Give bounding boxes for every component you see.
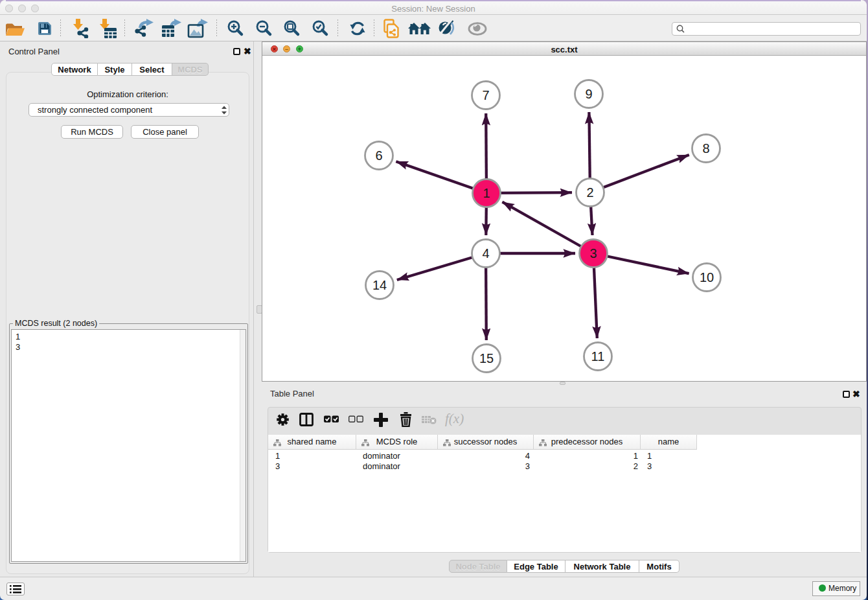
- svg-text:8: 8: [702, 141, 709, 156]
- svg-text:11: 11: [591, 349, 605, 363]
- svg-text:4: 4: [482, 246, 489, 260]
- svg-text:14: 14: [372, 278, 387, 292]
- svg-text:10: 10: [700, 270, 714, 284]
- svg-text:3: 3: [589, 246, 597, 260]
- svg-text:6: 6: [375, 148, 382, 163]
- svg-text:9: 9: [585, 87, 592, 101]
- svg-text:1: 1: [483, 186, 490, 200]
- svg-text:2: 2: [586, 185, 593, 200]
- svg-text:15: 15: [479, 351, 494, 365]
- svg-text:7: 7: [482, 88, 489, 102]
